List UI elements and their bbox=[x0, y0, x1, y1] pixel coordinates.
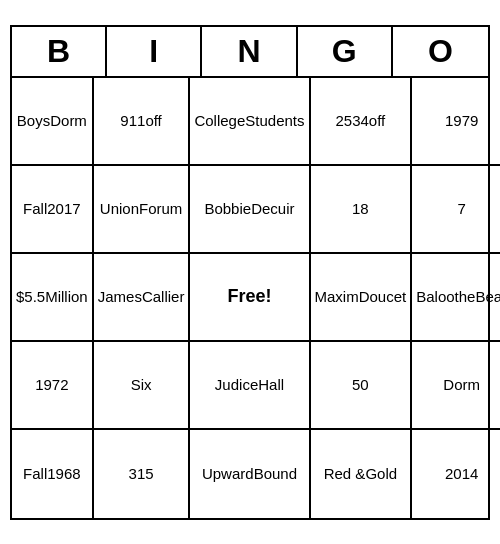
cell-315[interactable]: 315 bbox=[94, 430, 191, 518]
cell-text-james-callier: Callier bbox=[142, 288, 185, 306]
cell-911-off[interactable]: 911off bbox=[94, 78, 191, 166]
cell-text-7: 7 bbox=[458, 200, 466, 218]
cell-text-baloo-the-bear: the bbox=[455, 288, 476, 306]
cell-1972[interactable]: 1972 bbox=[12, 342, 94, 430]
cell-text-union-forum: Forum bbox=[139, 200, 182, 218]
cell-six[interactable]: Six bbox=[94, 342, 191, 430]
cell-college-students[interactable]: CollegeStudents bbox=[190, 78, 310, 166]
cell-2534-off[interactable]: 2534off bbox=[311, 78, 413, 166]
cell-free[interactable]: Free! bbox=[190, 254, 310, 342]
cell-text-maxim-doucet: Maxim bbox=[315, 288, 359, 306]
cell-50[interactable]: 50 bbox=[311, 342, 413, 430]
cell-fall-2017[interactable]: Fall2017 bbox=[12, 166, 94, 254]
cell-text-boys-dorm: Boys bbox=[17, 112, 50, 130]
cell-text-1979: 1979 bbox=[445, 112, 478, 130]
cell-text-baloo-the-bear: Baloo bbox=[416, 288, 454, 306]
cell-text-911-off: off bbox=[145, 112, 161, 130]
cell-5-5-million[interactable]: $5.5Million bbox=[12, 254, 94, 342]
cell-text-911-off: 911 bbox=[120, 112, 145, 130]
cell-bobbie-decuir[interactable]: BobbieDecuir bbox=[190, 166, 310, 254]
cell-text-judice-hall: Judice bbox=[215, 376, 258, 394]
cell-18[interactable]: 18 bbox=[311, 166, 413, 254]
cell-text-free: Free! bbox=[227, 286, 271, 308]
cell-text-upward-bound: Upward bbox=[202, 465, 254, 483]
cell-red-gold[interactable]: Red &Gold bbox=[311, 430, 413, 518]
cell-maxim-doucet[interactable]: MaximDoucet bbox=[311, 254, 413, 342]
cell-text-50: 50 bbox=[352, 376, 369, 394]
cell-text-fall-1968: 1968 bbox=[47, 465, 80, 483]
cell-2014[interactable]: 2014 bbox=[412, 430, 500, 518]
cell-text-maxim-doucet: Doucet bbox=[359, 288, 407, 306]
bingo-card: BINGO BoysDorm911offCollegeStudents2534o… bbox=[10, 25, 490, 520]
cell-text-bobbie-decuir: Decuir bbox=[251, 200, 294, 218]
cell-baloo-the-bear[interactable]: BalootheBear bbox=[412, 254, 500, 342]
cell-fall-1968[interactable]: Fall1968 bbox=[12, 430, 94, 518]
cell-text-2014: 2014 bbox=[445, 465, 478, 483]
cell-text-315: 315 bbox=[129, 465, 154, 483]
cell-text-5-5-million: $5.5 bbox=[16, 288, 45, 306]
cell-text-18: 18 bbox=[352, 200, 369, 218]
bingo-header: BINGO bbox=[12, 27, 488, 78]
cell-text-boys-dorm: Dorm bbox=[50, 112, 87, 130]
cell-upward-bound[interactable]: UpwardBound bbox=[190, 430, 310, 518]
cell-text-fall-1968: Fall bbox=[23, 465, 47, 483]
cell-text-james-callier: James bbox=[98, 288, 142, 306]
cell-text-judice-hall: Hall bbox=[258, 376, 284, 394]
cell-text-red-gold: Gold bbox=[365, 465, 397, 483]
cell-boys-dorm[interactable]: BoysDorm bbox=[12, 78, 94, 166]
cell-text-fall-2017: 2017 bbox=[47, 200, 80, 218]
cell-judice-hall[interactable]: JudiceHall bbox=[190, 342, 310, 430]
cell-7[interactable]: 7 bbox=[412, 166, 500, 254]
cell-text-six: Six bbox=[131, 376, 152, 394]
header-letter-b: B bbox=[12, 27, 107, 76]
bingo-grid: BoysDorm911offCollegeStudents2534off1979… bbox=[12, 78, 488, 518]
cell-text-upward-bound: Bound bbox=[254, 465, 297, 483]
header-letter-g: G bbox=[298, 27, 393, 76]
cell-text-college-students: Students bbox=[245, 112, 304, 130]
cell-text-college-students: College bbox=[194, 112, 245, 130]
cell-james-callier[interactable]: JamesCallier bbox=[94, 254, 191, 342]
cell-dorm[interactable]: Dorm bbox=[412, 342, 500, 430]
cell-text-union-forum: Union bbox=[100, 200, 139, 218]
cell-text-baloo-the-bear: Bear bbox=[475, 288, 500, 306]
header-letter-o: O bbox=[393, 27, 488, 76]
cell-text-1972: 1972 bbox=[35, 376, 68, 394]
cell-text-5-5-million: Million bbox=[45, 288, 88, 306]
header-letter-n: N bbox=[202, 27, 297, 76]
header-letter-i: I bbox=[107, 27, 202, 76]
cell-union-forum[interactable]: UnionForum bbox=[94, 166, 191, 254]
cell-text-red-gold: Red & bbox=[324, 465, 366, 483]
cell-text-fall-2017: Fall bbox=[23, 200, 47, 218]
cell-text-2534-off: 2534 bbox=[335, 112, 368, 130]
cell-text-bobbie-decuir: Bobbie bbox=[204, 200, 251, 218]
cell-text-2534-off: off bbox=[369, 112, 385, 130]
cell-text-dorm: Dorm bbox=[443, 376, 480, 394]
cell-1979[interactable]: 1979 bbox=[412, 78, 500, 166]
